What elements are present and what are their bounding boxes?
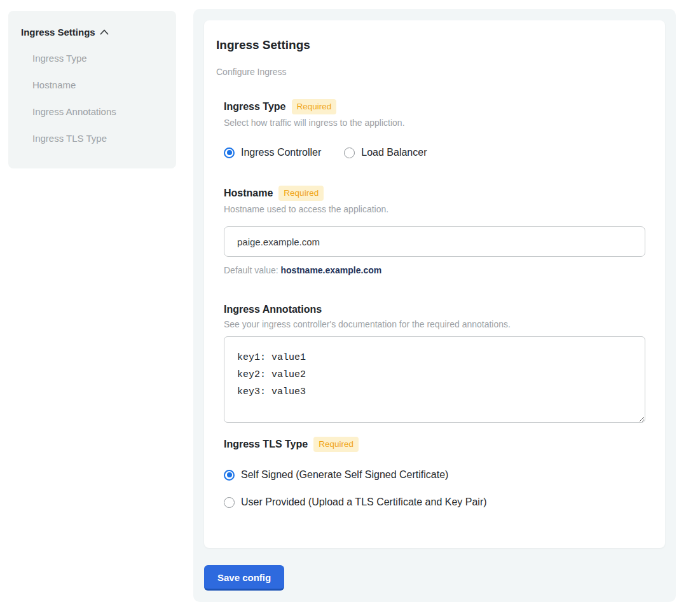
section-ingress-tls-type: Ingress TLS Type Required Self Signed (G…: [224, 437, 645, 509]
hostname-default-line: Default value: hostname.example.com: [224, 265, 645, 275]
sidebar-group-label: Ingress Settings: [21, 27, 95, 38]
ingress-settings-panel: Ingress Settings Configure Ingress Ingre…: [193, 9, 676, 602]
ingress-type-label: Ingress Type: [224, 100, 286, 113]
ingress-annotations-description: See your ingress controller's documentat…: [224, 318, 645, 330]
hostname-description: Hostname used to access the application.: [224, 203, 645, 215]
sidebar-item-list: Ingress Type Hostname Ingress Annotation…: [21, 53, 163, 144]
radio-option-self-signed[interactable]: Self Signed (Generate Self Signed Certif…: [224, 469, 645, 481]
radio-label: Ingress Controller: [241, 146, 321, 159]
radio-label: Self Signed (Generate Self Signed Certif…: [241, 469, 448, 481]
radio-option-user-provided[interactable]: User Provided (Upload a TLS Certificate …: [224, 496, 645, 509]
ingress-tls-type-label: Ingress TLS Type: [224, 438, 308, 451]
self-signed-radio[interactable]: [224, 470, 235, 481]
page-title: Ingress Settings: [216, 38, 645, 52]
sidebar-item-hostname[interactable]: Hostname: [21, 79, 163, 91]
required-badge: Required: [278, 186, 324, 201]
ingress-annotations-label: Ingress Annotations: [224, 303, 322, 316]
ingress-type-description: Select how traffic will ingress to the a…: [224, 117, 645, 128]
page-subtitle: Configure Ingress: [216, 66, 645, 78]
required-badge: Required: [292, 99, 337, 114]
radio-option-load-balancer[interactable]: Load Balancer: [344, 146, 427, 159]
sidebar-group-ingress-settings[interactable]: Ingress Settings: [21, 27, 163, 38]
sidebar-item-ingress-type[interactable]: Ingress Type: [21, 53, 163, 64]
hostname-label: Hostname: [224, 187, 273, 200]
load-balancer-radio[interactable]: [344, 147, 355, 158]
section-ingress-annotations: Ingress Annotations See your ingress con…: [224, 303, 645, 423]
save-config-button[interactable]: Save config: [204, 565, 284, 591]
settings-sidebar: Ingress Settings Ingress Type Hostname I…: [8, 11, 176, 168]
section-ingress-type: Ingress Type Required Select how traffic…: [224, 99, 645, 159]
radio-label: User Provided (Upload a TLS Certificate …: [241, 496, 487, 509]
ingress-annotations-textarea[interactable]: key1: value1 key2: value2 key3: value3: [224, 336, 645, 423]
default-value-prefix: Default value:: [224, 265, 281, 275]
ingress-type-radio-group: Ingress Controller Load Balancer: [224, 146, 645, 159]
radio-option-ingress-controller[interactable]: Ingress Controller: [224, 146, 321, 159]
ingress-tls-radio-group: Self Signed (Generate Self Signed Certif…: [224, 469, 645, 509]
hostname-input[interactable]: [224, 226, 645, 257]
section-hostname: Hostname Required Hostname used to acces…: [224, 186, 645, 275]
default-value-link[interactable]: hostname.example.com: [281, 265, 382, 275]
ingress-controller-radio[interactable]: [224, 147, 235, 158]
ingress-settings-card: Ingress Settings Configure Ingress Ingre…: [204, 20, 665, 548]
chevron-up-icon: [100, 29, 109, 35]
required-badge: Required: [313, 437, 359, 452]
sidebar-item-ingress-annotations[interactable]: Ingress Annotations: [21, 106, 163, 118]
sidebar-item-ingress-tls-type[interactable]: Ingress TLS Type: [21, 133, 163, 144]
radio-label: Load Balancer: [361, 146, 427, 159]
user-provided-radio[interactable]: [224, 497, 235, 508]
